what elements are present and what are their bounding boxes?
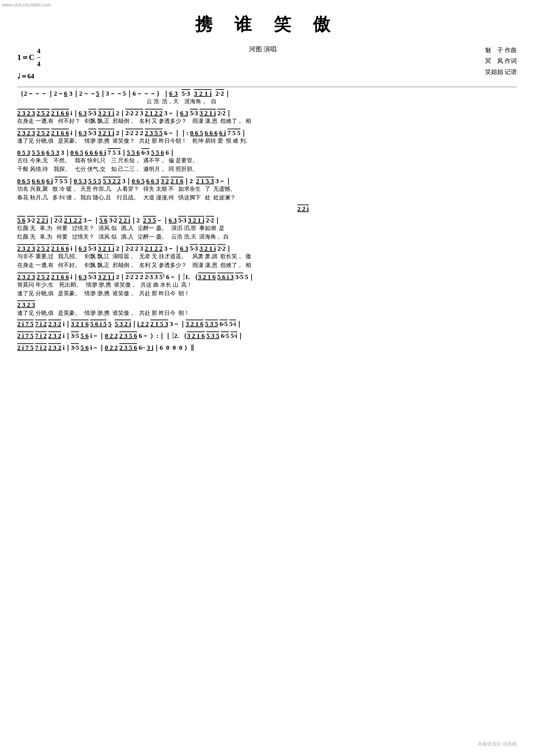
score-line-8: 2 3 2 3 2 5 2 2 1 6 6 i｜6 3 5·3 3 2 1 i … [17,273,517,298]
score-line-11: 2 i 7 5 7 i 2 2 3 2 i｜3·5 5 6 i－｜0 2 2 2… [17,343,517,352]
header-left: 1＝C 4 4 ♩＝64 [17,45,40,83]
score-line-10: 2 i 7 5 7 i 2 2 3 2 i｜3·5 5 6 i－｜0 2 2 2… [17,332,517,340]
score-line-3: 2 3 2 3 2 5 2 2 1 6 6 i｜6 3 5·3 3 2 1 i … [17,129,517,145]
extra-notes-2323: 2 3 2 3 [17,301,517,309]
score-line-7: 2 3 2 3 2 5 2 2 1 6 6 i｜6 3 5·3 3 2 1 i … [17,244,517,269]
tempo: ♩＝64 [17,70,40,83]
page-title: 携 谁 笑 傲 [17,13,517,36]
watermark-top: www.stcll.cla.tddm.com [2,2,51,8]
score-line-9: 2 i 7 5 7 i 2 2 3 2 i｜3 2 1 6 5 6 i 5 5 … [17,320,517,328]
composer: 魅 子 作曲 [485,45,517,56]
extra-notes-551: 2 2 i [297,205,517,212]
score-line-5: 0 6 5 6 6 6 6 i 7 5 5｜0 5 3 5 5 5 5 3 2 … [17,177,517,202]
score-line-4: 0 5 3 5 5 6 6 5 3 3｜0 6 5 6 6 6 6 i 7 5 … [17,148,517,173]
key-signature: 1＝C 4 4 [17,45,40,70]
performer: 河图 演唱 [249,45,277,54]
header-right: 魅 子 作曲 冥 凤 作词 笑姐姐 记谱 [485,45,517,77]
score-line-2: 2 3 2 3 2 5 2 2 1 6 6 i｜6 3 5·3 3 2 1 i … [17,109,517,125]
watermark-bottom-right: 本曲谱源自 词曲网 [477,741,517,747]
score-body: （2－－－｜2－6 3｜2－－5｜3－－5｜6－－－）｜6 3 5·3 3 2 … [17,89,517,352]
transcriber: 笑姐姐 记谱 [485,67,517,77]
header-center: 河图 演唱 [249,45,277,54]
score-line-1: （2－－－｜2－6 3｜2－－5｜3－－5｜6－－－）｜6 3 5·3 3 2 … [17,89,517,105]
lyricist: 冥 凤 作词 [485,56,517,67]
score-line-6: 5 6 3·2 2 2 i｜2·2 2 1 2 2 3－｜5 6 3·2 2 2… [17,216,517,241]
